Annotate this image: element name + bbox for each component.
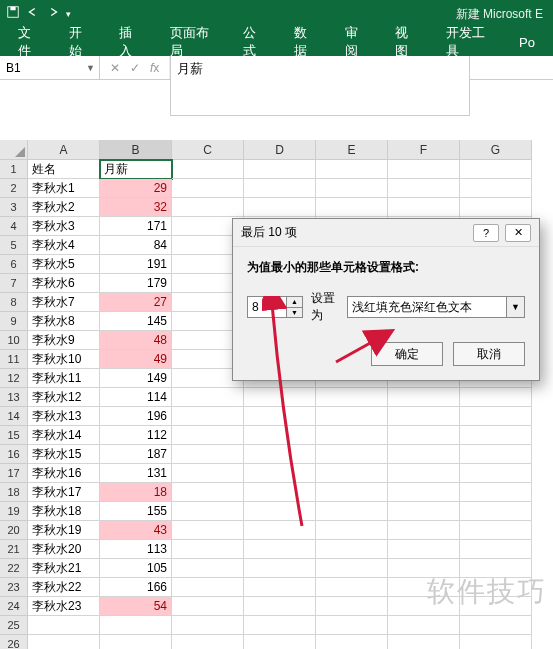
cell[interactable]: 李秋水22 bbox=[28, 578, 100, 597]
cell[interactable] bbox=[244, 198, 316, 217]
row-header[interactable]: 14 bbox=[0, 407, 28, 426]
row-header[interactable]: 9 bbox=[0, 312, 28, 331]
cell[interactable] bbox=[172, 578, 244, 597]
cell[interactable] bbox=[172, 616, 244, 635]
cell[interactable]: 29 bbox=[100, 179, 172, 198]
cell[interactable] bbox=[316, 502, 388, 521]
cell[interactable] bbox=[316, 160, 388, 179]
row-header[interactable]: 4 bbox=[0, 217, 28, 236]
cell[interactable] bbox=[172, 540, 244, 559]
cell[interactable]: 179 bbox=[100, 274, 172, 293]
cell[interactable] bbox=[460, 616, 532, 635]
cell[interactable] bbox=[460, 483, 532, 502]
col-header[interactable]: G bbox=[460, 140, 532, 160]
col-header[interactable]: E bbox=[316, 140, 388, 160]
cell[interactable] bbox=[460, 426, 532, 445]
row-header[interactable]: 12 bbox=[0, 369, 28, 388]
cell[interactable] bbox=[172, 198, 244, 217]
cell[interactable] bbox=[244, 635, 316, 649]
cell[interactable] bbox=[316, 521, 388, 540]
cell[interactable] bbox=[316, 179, 388, 198]
row-header[interactable]: 11 bbox=[0, 350, 28, 369]
cell[interactable]: 李秋水18 bbox=[28, 502, 100, 521]
cell[interactable]: 49 bbox=[100, 350, 172, 369]
cell[interactable] bbox=[100, 616, 172, 635]
cell[interactable] bbox=[28, 635, 100, 649]
cell[interactable]: 196 bbox=[100, 407, 172, 426]
row-header[interactable]: 26 bbox=[0, 635, 28, 649]
col-header[interactable]: D bbox=[244, 140, 316, 160]
cell[interactable] bbox=[172, 426, 244, 445]
row-header[interactable]: 15 bbox=[0, 426, 28, 445]
cell[interactable] bbox=[388, 160, 460, 179]
cell[interactable]: 李秋水21 bbox=[28, 559, 100, 578]
cell[interactable] bbox=[244, 578, 316, 597]
cell[interactable]: 李秋水20 bbox=[28, 540, 100, 559]
cell[interactable] bbox=[388, 597, 460, 616]
cell[interactable] bbox=[172, 407, 244, 426]
cell[interactable] bbox=[316, 426, 388, 445]
ribbon-tab-9[interactable]: Po bbox=[505, 29, 549, 56]
spinner-down-icon[interactable]: ▼ bbox=[287, 308, 302, 318]
cell[interactable] bbox=[388, 426, 460, 445]
cell[interactable] bbox=[172, 597, 244, 616]
cell[interactable] bbox=[244, 388, 316, 407]
cell[interactable]: 李秋水15 bbox=[28, 445, 100, 464]
ok-button[interactable]: 确定 bbox=[371, 342, 443, 366]
cell[interactable] bbox=[316, 559, 388, 578]
cell[interactable] bbox=[172, 160, 244, 179]
chevron-down-icon[interactable]: ▼ bbox=[507, 296, 525, 318]
row-header[interactable]: 7 bbox=[0, 274, 28, 293]
cell[interactable] bbox=[460, 559, 532, 578]
cell[interactable] bbox=[316, 578, 388, 597]
cell[interactable] bbox=[172, 635, 244, 649]
cell[interactable] bbox=[460, 540, 532, 559]
cell[interactable]: 54 bbox=[100, 597, 172, 616]
col-header[interactable]: B bbox=[100, 140, 172, 160]
row-header[interactable]: 1 bbox=[0, 160, 28, 179]
row-header[interactable]: 5 bbox=[0, 236, 28, 255]
cell[interactable] bbox=[172, 559, 244, 578]
enter-icon[interactable]: ✓ bbox=[130, 61, 140, 75]
row-header[interactable]: 21 bbox=[0, 540, 28, 559]
row-header[interactable]: 16 bbox=[0, 445, 28, 464]
cell[interactable] bbox=[316, 407, 388, 426]
cell[interactable]: 27 bbox=[100, 293, 172, 312]
cell[interactable] bbox=[388, 559, 460, 578]
cell[interactable] bbox=[316, 540, 388, 559]
cell[interactable]: 32 bbox=[100, 198, 172, 217]
cell[interactable] bbox=[316, 635, 388, 649]
cell[interactable]: 月薪 bbox=[100, 160, 172, 179]
cell[interactable]: 李秋水10 bbox=[28, 350, 100, 369]
cell[interactable] bbox=[388, 540, 460, 559]
cell[interactable] bbox=[460, 160, 532, 179]
cell[interactable]: 李秋水6 bbox=[28, 274, 100, 293]
count-input[interactable] bbox=[247, 296, 287, 318]
help-button[interactable]: ? bbox=[473, 224, 499, 242]
dialog-titlebar[interactable]: 最后 10 项 ? ✕ bbox=[233, 219, 539, 247]
row-header[interactable]: 24 bbox=[0, 597, 28, 616]
close-button[interactable]: ✕ bbox=[505, 224, 531, 242]
cell[interactable] bbox=[388, 407, 460, 426]
row-header[interactable]: 8 bbox=[0, 293, 28, 312]
cell[interactable]: 李秋水12 bbox=[28, 388, 100, 407]
row-header[interactable]: 20 bbox=[0, 521, 28, 540]
cell[interactable]: 113 bbox=[100, 540, 172, 559]
cell[interactable] bbox=[460, 179, 532, 198]
cell[interactable]: 姓名 bbox=[28, 160, 100, 179]
cell[interactable]: 李秋水16 bbox=[28, 464, 100, 483]
cell[interactable] bbox=[244, 540, 316, 559]
row-header[interactable]: 2 bbox=[0, 179, 28, 198]
cell[interactable] bbox=[244, 521, 316, 540]
cell[interactable] bbox=[460, 521, 532, 540]
cell[interactable]: 李秋水13 bbox=[28, 407, 100, 426]
cell[interactable]: 48 bbox=[100, 331, 172, 350]
row-header[interactable]: 6 bbox=[0, 255, 28, 274]
cell[interactable] bbox=[460, 464, 532, 483]
cell[interactable] bbox=[388, 179, 460, 198]
format-combo[interactable]: ▼ bbox=[347, 296, 525, 318]
cell[interactable]: 李秋水4 bbox=[28, 236, 100, 255]
cell[interactable]: 18 bbox=[100, 483, 172, 502]
cell[interactable]: 84 bbox=[100, 236, 172, 255]
count-spinner[interactable]: ▲ ▼ bbox=[247, 296, 303, 318]
